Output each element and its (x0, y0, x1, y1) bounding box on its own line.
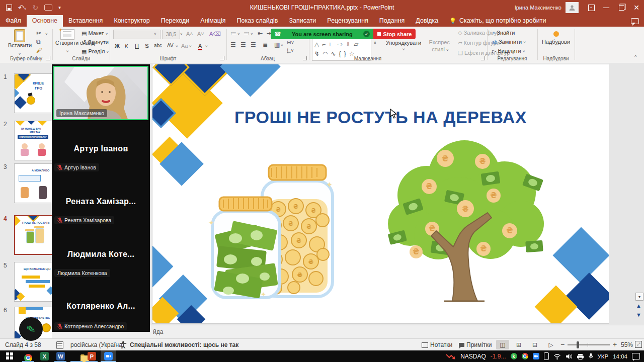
tell-me-box[interactable]: 💡 Скажіть, що потрібно зробити (444, 15, 551, 27)
tab-animations[interactable]: Анімація (195, 15, 231, 27)
bullets-icon[interactable]: ≔ (230, 30, 236, 36)
tab-help[interactable]: Довідка (410, 15, 444, 27)
speaker-icon[interactable] (566, 353, 572, 359)
microphone-icon[interactable] (589, 353, 593, 359)
fit-to-window-icon[interactable]: ⤢ (635, 341, 642, 348)
printer-icon[interactable] (577, 353, 584, 359)
select-button[interactable]: ▻ Виділити ˅ (492, 48, 525, 54)
bold-button[interactable]: Ж (115, 43, 120, 49)
find-button[interactable]: ⌕ Знайти (492, 30, 515, 36)
close-button[interactable]: ✕ (629, 0, 644, 15)
language-status[interactable]: російська (Україна) (70, 341, 124, 348)
taskbar-word-icon[interactable]: W (56, 352, 65, 360)
tray-zoom-icon[interactable] (533, 353, 539, 359)
taskbar-powerpoint-icon[interactable]: P (88, 352, 96, 360)
undo-icon[interactable]: ↶˅ (18, 4, 26, 12)
clipboard-more-icon[interactable]: ˅ (45, 32, 48, 36)
paragraph-dialog-launcher[interactable] (303, 56, 307, 60)
action-center-icon[interactable] (632, 353, 640, 359)
participant-tile[interactable]: Котляренко Ал... Котляренко Алессандро (52, 280, 150, 332)
start-button[interactable] (6, 352, 14, 360)
normal-view-button[interactable]: ◫ (496, 340, 509, 349)
replace-button[interactable]: ab Замінити ˅ (492, 39, 526, 45)
clock[interactable]: 14:04 (613, 353, 627, 359)
tab-insert[interactable]: Вставлення (63, 15, 108, 27)
justify-icon[interactable]: ≣ (263, 42, 268, 48)
arrange-button[interactable]: Упорядкувати˅ (382, 40, 425, 52)
shape-connector-icon[interactable]: ∟ (329, 39, 335, 49)
zoom-in-button[interactable]: + (613, 340, 617, 348)
strikethrough-button[interactable]: abc (154, 43, 162, 48)
cut-icon[interactable]: ✂ (36, 30, 41, 36)
tab-file[interactable]: Файл (0, 15, 27, 27)
shape-elbow-icon[interactable]: ⌐ (322, 39, 326, 49)
font-dialog-launcher[interactable] (220, 56, 224, 60)
language-indicator[interactable]: УКР (598, 353, 609, 359)
shape-triangle-icon[interactable]: △ (314, 39, 319, 49)
zoom-out-button[interactable]: − (560, 340, 565, 348)
restore-button[interactable] (614, 0, 629, 15)
decrease-indent-icon[interactable]: ⇤ (258, 30, 263, 36)
slide-thumbnail-1[interactable]: КИШЕ ГРО (14, 73, 52, 113)
addins-button[interactable]: Надбудови (539, 30, 573, 45)
slide-counter[interactable]: Слайд 4 з 58 (5, 341, 41, 348)
taskbar-excel-icon[interactable]: X (40, 352, 49, 360)
zoom-slider-thumb[interactable] (577, 341, 579, 348)
tray-k-app-icon[interactable]: k (511, 353, 517, 359)
tab-record[interactable]: Записати (283, 15, 321, 27)
slide-thumbnail-5[interactable]: ЩО ВИЗНАЧАЄ ЦІН (14, 262, 52, 302)
new-slide-button[interactable]: ✦ Створити слайд˅ (55, 29, 79, 55)
accessibility-icon[interactable] (120, 341, 127, 348)
ribbon-display-options-icon[interactable]: ^ (584, 0, 599, 15)
format-painter-icon[interactable]: 🖌 (36, 47, 42, 53)
zoom-meeting-panel[interactable]: Ірина Максименко Артур Іванов Артур Іван… (52, 64, 150, 332)
quick-access-customize-icon[interactable]: ▾ (58, 5, 61, 10)
shape-parallelogram-icon[interactable]: ▱ (354, 39, 358, 49)
previous-slide-button[interactable]: ▲ (636, 303, 641, 309)
kerning-button[interactable]: AV (167, 43, 174, 48)
layout-button[interactable]: ▤ Макет ˅ (82, 30, 108, 37)
slideshow-button[interactable]: ▷ (544, 340, 557, 349)
tab-transitions[interactable]: Переходи (155, 15, 195, 27)
money-tree-image[interactable]: ₴₴₴ ₴₴₴ ₴₴₴ (384, 132, 547, 303)
tab-review[interactable]: Рецензування (321, 15, 373, 27)
presenter-coach-icon[interactable] (44, 5, 52, 11)
clear-format-icon[interactable]: А⌫ (209, 31, 221, 37)
tray-chrome-icon[interactable] (522, 353, 528, 359)
zoom-slider-track[interactable] (568, 344, 610, 345)
stop-share-button[interactable]: Stop share (373, 29, 416, 39)
taskbar-zoom-active[interactable] (101, 350, 116, 362)
underline-button[interactable]: П (135, 43, 139, 49)
reset-button[interactable]: ↺ Скинути (82, 39, 109, 46)
slide-thumbnail-2[interactable]: ТИ МОЖЕШ БАЧ МРІЇ ТАК СТАТИ ПОПУЛЯРНИМ Б… (14, 121, 52, 160)
minimize-button[interactable]: — (599, 0, 614, 15)
clipboard-dialog-launcher[interactable] (46, 56, 50, 60)
scrollbar-split-button[interactable]: ▾ (635, 293, 643, 301)
tab-slideshow[interactable]: Показ слайдів (231, 15, 284, 27)
accessibility-status[interactable]: Спеціальні можливості: щось не так (130, 341, 238, 348)
active-speaker-video[interactable]: Ірина Максименко (53, 66, 148, 120)
shape-arrow-down-icon[interactable]: ⇩ (346, 39, 351, 49)
comments-toggle[interactable]: Примітки (459, 341, 492, 348)
slide-title[interactable]: ГРОШІ НЕ РОСТУТЬ НА ДЕРЕВАХ (152, 108, 609, 127)
participant-tile[interactable]: Артур Іванов Артур Іванов (52, 121, 150, 174)
font-name-combobox[interactable] (113, 30, 160, 39)
nasdaq-ticker-icon[interactable] (446, 353, 456, 360)
convert-smartart-icon[interactable]: ⬱˅ (287, 48, 294, 53)
avatar[interactable] (566, 2, 579, 13)
shapes-gallery-more-icon[interactable]: ⇟ (373, 41, 377, 45)
font-size-combobox[interactable]: 38,5 (162, 30, 180, 39)
section-button[interactable]: ▦ Розділ ˅ (82, 48, 109, 55)
zoom-percentage[interactable]: 55% (621, 341, 633, 348)
numbering-icon[interactable]: ≕ (244, 30, 250, 36)
comments-icon[interactable] (631, 18, 639, 24)
ticker-symbol[interactable]: NASDAQ (460, 353, 486, 360)
columns-icon[interactable]: ▥ (274, 42, 280, 48)
tab-home[interactable]: Основне (27, 15, 63, 27)
account-name[interactable]: Ірина Максименко (515, 5, 561, 11)
text-shadow-button[interactable]: S (145, 43, 148, 49)
collapse-ribbon-icon[interactable]: ⌃ (633, 54, 638, 61)
notes-toggle[interactable]: Нотатки (422, 341, 452, 348)
money-jars-image[interactable]: ₴₴₴ ₴₴₴ ₴₴₴ ✦ (200, 150, 354, 306)
next-slide-button[interactable]: ▼ (636, 312, 641, 318)
